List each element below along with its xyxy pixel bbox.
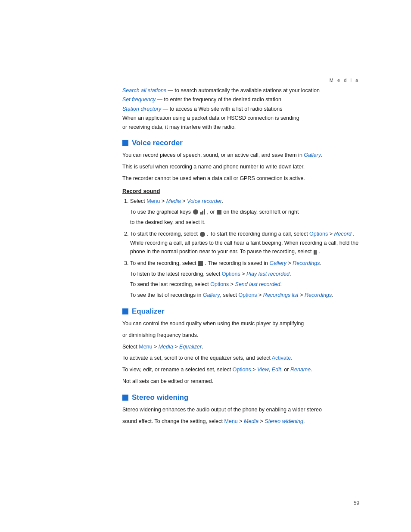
edit-link[interactable]: Edit <box>272 367 281 373</box>
recordings-link-1[interactable]: Recordings <box>293 260 320 266</box>
intro-line-5: or receiving data, it may interfere with… <box>122 123 359 132</box>
rename-link[interactable]: Rename <box>290 367 311 373</box>
voice-recorder-body-3: The recorder cannot be used when a data … <box>122 174 359 183</box>
equalizer-body-2: or diminishing frequency bands. <box>122 331 359 340</box>
intro-line-2-text: — to enter the frequency of the desired … <box>156 96 281 103</box>
media-link-2[interactable]: Media <box>159 344 173 350</box>
intro-line-4: When an application using a packet data … <box>122 114 359 123</box>
step-3-list: To see the list of recordings in Gallery… <box>130 291 359 300</box>
equalizer-title: Equalizer <box>132 307 165 316</box>
stereo-widening-body-2: sound effect. To change the setting, sel… <box>122 417 359 426</box>
equalizer-body-1: You can control the sound quality when u… <box>122 319 359 328</box>
record-button-icon <box>200 232 205 237</box>
pause-button-icon <box>314 249 317 255</box>
record-link[interactable]: Record <box>334 231 351 237</box>
step-1-note-2: to the desired key, and select it. <box>130 218 359 227</box>
voice-recorder-link-1[interactable]: Voice recorder <box>187 198 222 204</box>
record-sound-steps: Select Menu > Media > Voice recorder. To… <box>122 197 359 299</box>
equalizer-icon <box>122 308 128 314</box>
stereo-widening-link[interactable]: Stereo widening <box>265 418 303 424</box>
intro-line-1-text: — to search automatically the available … <box>166 87 320 93</box>
media-link-1[interactable]: Media <box>166 198 181 204</box>
section-title-text: M e d i a <box>330 78 359 83</box>
section-header: M e d i a <box>0 0 411 86</box>
options-link-5[interactable]: Options <box>233 367 251 373</box>
equalizer-activate: To activate a set, scroll to one of the … <box>122 354 359 363</box>
stereo-widening-heading: Stereo widening <box>122 393 359 402</box>
options-link-3[interactable]: Options <box>210 281 229 287</box>
equalizer-link[interactable]: Equalizer <box>179 344 202 350</box>
view-link[interactable]: View <box>257 367 269 373</box>
stop-button-icon <box>198 261 203 266</box>
menu-link-3[interactable]: Menu <box>224 418 238 424</box>
equalizer-view: To view, edit, or rename a selected set,… <box>122 365 359 374</box>
step-3-send: To send the last recording, select Optio… <box>130 280 359 289</box>
play-last-recorded-link[interactable]: Play last recorded <box>246 271 290 277</box>
intro-line-3: Station directory — to access a Web site… <box>122 105 359 114</box>
station-directory-link[interactable]: Station directory <box>122 106 161 112</box>
step-3: To end the recording, select . The recor… <box>130 259 359 300</box>
search-all-stations-link[interactable]: Search all stations <box>122 87 166 93</box>
record-sound-heading: Record sound <box>122 188 359 194</box>
menu-link-1[interactable]: Menu <box>146 198 160 204</box>
voice-recorder-heading: Voice recorder <box>122 139 359 147</box>
voice-recorder-title: Voice recorder <box>132 139 183 147</box>
media-link-3[interactable]: Media <box>244 418 258 424</box>
recordings-link-2[interactable]: Recordings <box>305 292 332 298</box>
equalizer-not-all: Not all sets can be edited or renamed. <box>122 377 359 386</box>
graphical-key-square-icon <box>217 210 221 215</box>
intro-line-2: Set frequency — to enter the frequency o… <box>122 95 359 104</box>
content-area: Search all stations — to search automati… <box>0 86 411 426</box>
menu-link-2[interactable]: Menu <box>139 344 152 350</box>
intro-section: Search all stations — to search automati… <box>122 86 359 132</box>
intro-line-1: Search all stations — to search automati… <box>122 86 359 95</box>
send-last-recorded-link[interactable]: Send last recorded <box>235 281 280 287</box>
step-2: To start the recording, select . To star… <box>130 230 359 256</box>
equalizer-heading: Equalizer <box>122 307 359 316</box>
graphical-key-circle-icon <box>193 209 198 215</box>
page: M e d i a Search all stations — to searc… <box>0 0 411 532</box>
stereo-widening-icon <box>122 395 128 401</box>
voice-recorder-body-1: You can record pieces of speech, sound, … <box>122 151 359 160</box>
stereo-widening-title: Stereo widening <box>132 393 188 402</box>
voice-recorder-icon <box>122 140 128 146</box>
options-link-1[interactable]: Options <box>309 231 328 237</box>
graphical-key-bars-icon <box>200 209 205 215</box>
options-link-4[interactable]: Options <box>239 292 257 298</box>
activate-link[interactable]: Activate <box>272 355 291 361</box>
stereo-widening-body: Stereo widening enhances the audio outpu… <box>122 405 359 414</box>
recordings-list-link[interactable]: Recordings list <box>263 292 299 298</box>
gallery-link-3[interactable]: Gallery <box>203 292 220 298</box>
step-1: Select Menu > Media > Voice recorder. To… <box>130 197 359 227</box>
set-frequency-link[interactable]: Set frequency <box>122 96 156 103</box>
step-3-listen: To listen to the latest recording, selec… <box>130 270 359 279</box>
intro-line-3-text: — to access a Web site with a list of ra… <box>161 106 282 112</box>
page-number: 59 <box>354 500 359 506</box>
voice-recorder-body-2: This is useful when recording a name and… <box>122 162 359 171</box>
gallery-link-2[interactable]: Gallery <box>269 260 286 266</box>
options-link-2[interactable]: Options <box>222 271 240 277</box>
equalizer-select: Select Menu > Media > Equalizer. <box>122 342 359 352</box>
step-1-note: To use the graphical keys , or on the di… <box>130 208 359 217</box>
gallery-link-1[interactable]: Gallery <box>304 152 321 158</box>
